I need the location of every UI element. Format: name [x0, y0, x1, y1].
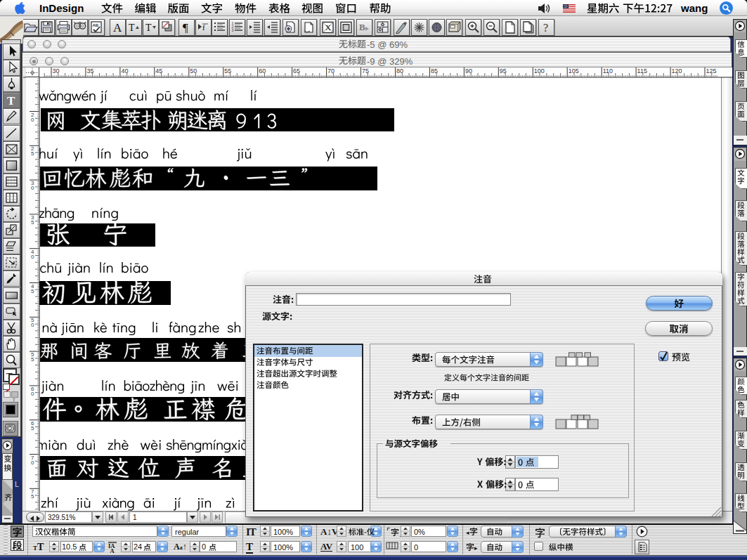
- svg-text:A: A: [110, 547, 115, 554]
- svg-text:T: T: [145, 22, 152, 33]
- svg-text:3: 3: [232, 28, 234, 32]
- svg-text:T: T: [129, 22, 135, 33]
- svg-text:f: f: [202, 23, 205, 32]
- svg-text:A: A: [113, 21, 122, 34]
- svg-text:T: T: [7, 94, 15, 108]
- svg-text:?: ?: [543, 22, 548, 34]
- svg-text:AB: AB: [92, 23, 98, 27]
- svg-text:B: B: [359, 22, 365, 32]
- svg-text:¶: ¶: [183, 21, 188, 34]
- svg-text:X: X: [325, 23, 331, 32]
